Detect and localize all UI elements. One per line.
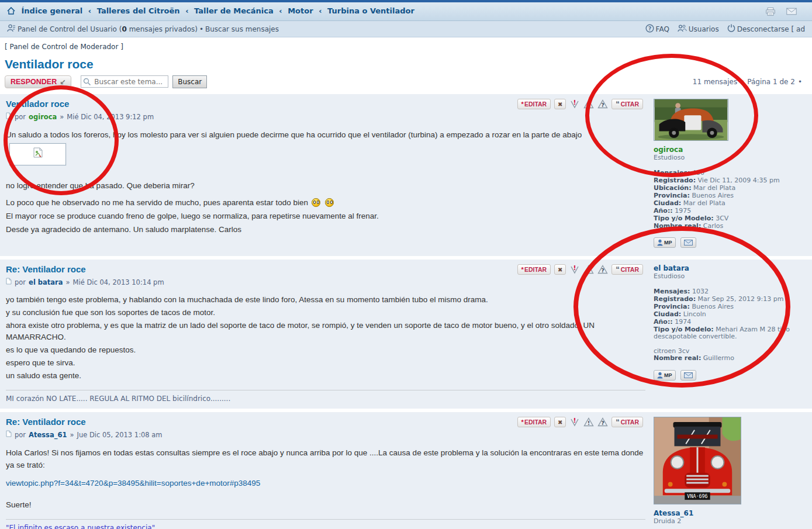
quote-button[interactable]: “CITAR bbox=[611, 99, 643, 109]
pm-button[interactable]: MP bbox=[654, 370, 676, 381]
breadcrumb-separator: ‹ bbox=[185, 6, 188, 15]
quote-mark-icon: “ bbox=[616, 419, 620, 425]
topic-search-button[interactable]: Buscar bbox=[172, 75, 207, 88]
profile-username[interactable]: Atessa_61 bbox=[654, 509, 693, 517]
pm-count: 0 bbox=[122, 25, 126, 33]
breadcrumb-link[interactable]: Índice general bbox=[22, 6, 83, 15]
author-link[interactable]: ogiroca bbox=[29, 113, 57, 121]
breadcrumb-link[interactable]: Turbina o Ventilador bbox=[327, 6, 414, 15]
attachment-thumbnail[interactable] bbox=[9, 143, 66, 165]
breadcrumb-separator: ‹ bbox=[88, 6, 91, 15]
post-line: espero que te sirva. bbox=[6, 357, 645, 369]
info-button[interactable]: ? bbox=[597, 417, 608, 427]
user-icon bbox=[7, 24, 16, 34]
post-date: Mié Dic 04, 2013 10:14 pm bbox=[73, 278, 164, 286]
profile-field: Provincia: Buenos Aires bbox=[654, 303, 806, 311]
post: Ventilador roce *EDITAR ✖ ! ! ? “CITAR p… bbox=[0, 94, 812, 256]
users-link[interactable]: Usuarios bbox=[689, 25, 719, 33]
moderator-cp-link[interactable]: [ Panel de Control de Moderador ] bbox=[0, 37, 812, 53]
print-icon[interactable] bbox=[765, 6, 776, 16]
reply-button[interactable]: RESPONDER ↙ bbox=[5, 75, 71, 88]
faq-icon: ? bbox=[645, 24, 654, 34]
delete-button[interactable]: ✖ bbox=[554, 264, 566, 275]
post-icon[interactable] bbox=[6, 430, 12, 439]
poster-profile: el batara Estudioso Mensajes: 1032 Regis… bbox=[654, 264, 806, 403]
search-own-posts-link[interactable]: Buscar sus mensajes bbox=[205, 25, 279, 33]
delete-button[interactable]: ✖ bbox=[554, 99, 566, 109]
post-title-link[interactable]: Ventilador roce bbox=[6, 99, 69, 109]
breadcrumb-link[interactable]: Taller de Mecánica bbox=[194, 6, 274, 15]
signature-line: "El infinito es escaso a nuestra existen… bbox=[6, 524, 645, 529]
email-user-button[interactable] bbox=[680, 237, 696, 248]
logout-link[interactable]: Desconectarse [ ad bbox=[737, 25, 805, 33]
profile-field: Registrado: Vie Dic 11, 2009 4:35 pm bbox=[654, 177, 806, 185]
profile-field: Mensajes: 1032 bbox=[654, 288, 806, 296]
profile-field: Nombre real: Guillermo bbox=[654, 355, 806, 362]
pm-button[interactable]: MP bbox=[654, 237, 676, 248]
edit-button[interactable]: *EDITAR bbox=[517, 417, 551, 427]
post-paragraph: Un saludo a todos los foreros, hoy los m… bbox=[6, 129, 645, 141]
breadcrumb-link[interactable]: Talleres del Citroën bbox=[97, 6, 180, 15]
post-icon[interactable] bbox=[6, 278, 12, 286]
post: Re: Ventilador roce *EDITAR ✖ ! ! ? “CIT… bbox=[0, 412, 812, 529]
envelope-icon bbox=[684, 240, 693, 246]
eek-smiley-icon bbox=[312, 198, 320, 207]
author-link[interactable]: Atessa_61 bbox=[29, 431, 67, 439]
breadcrumb-separator: ‹ bbox=[279, 6, 282, 15]
email-user-button[interactable] bbox=[680, 370, 696, 381]
edit-button[interactable]: *EDITAR bbox=[517, 99, 551, 109]
post-paragraph: Desde ya agradecido de antemano. Un salu… bbox=[6, 223, 645, 236]
svg-text:?: ? bbox=[602, 420, 604, 426]
ucp-link[interactable]: Panel de Control del Usuario (0 mensajes… bbox=[18, 25, 198, 33]
profile-field: Nombre real: Carlos bbox=[654, 223, 806, 230]
post-title-link[interactable]: Re: Ventilador roce bbox=[6, 264, 86, 274]
profile-username[interactable]: ogiroca bbox=[654, 146, 683, 154]
pm-user-icon bbox=[657, 239, 663, 246]
info-button[interactable]: ? bbox=[597, 265, 608, 275]
post-paragraph: El mayor roce se produce cuando freno de… bbox=[6, 210, 645, 222]
poster-profile: ogiroca Estudioso Mensajes: 480 Registra… bbox=[654, 99, 806, 250]
topic-toolbar: RESPONDER ↙ Buscar 11 mensajes•Página 1 … bbox=[5, 74, 807, 89]
delete-button[interactable]: ✖ bbox=[554, 417, 566, 427]
profile-field: Registrado: Mar Sep 25, 2012 9:13 pm bbox=[654, 296, 806, 303]
author-link[interactable]: el batara bbox=[29, 278, 63, 286]
profile-rank: Druida 2 bbox=[654, 518, 806, 525]
info-button[interactable]: ? bbox=[597, 99, 608, 109]
svg-text:!: ! bbox=[573, 417, 576, 424]
post-icon[interactable] bbox=[6, 112, 12, 121]
warn-button[interactable]: ! bbox=[583, 265, 594, 275]
post: Re: Ventilador roce *EDITAR ✖ ! ! ? “CIT… bbox=[0, 260, 812, 409]
avatar[interactable]: VNA·696 bbox=[654, 417, 741, 504]
profile-field: Tipo y/o Modelo: 3CV bbox=[654, 215, 806, 223]
faq-link[interactable]: FAQ bbox=[656, 25, 669, 33]
post-line: yo también tengo este problema, y hablan… bbox=[6, 294, 645, 306]
page-info: Página 1 de 2 bbox=[747, 78, 795, 86]
warn-button[interactable]: ! bbox=[583, 417, 594, 427]
report-button[interactable]: ! bbox=[569, 265, 580, 275]
email-topic-icon[interactable] bbox=[786, 6, 797, 16]
report-button[interactable]: ! bbox=[569, 417, 580, 427]
post-line: un saludo esta gente. bbox=[6, 370, 645, 382]
warn-button[interactable]: ! bbox=[583, 99, 594, 109]
edit-button[interactable]: *EDITAR bbox=[517, 264, 551, 275]
topic-link[interactable]: viewtopic.php?f=34&t=4720&p=38495&hilit=… bbox=[6, 479, 260, 487]
quote-button[interactable]: “CITAR bbox=[611, 264, 643, 275]
quote-button[interactable]: “CITAR bbox=[611, 417, 643, 427]
page-title: Ventilador roce bbox=[5, 57, 812, 71]
topic-search-input[interactable] bbox=[81, 75, 168, 88]
profile-field: Mensajes: 480 bbox=[654, 170, 806, 177]
svg-text:!: ! bbox=[588, 102, 590, 108]
post-title-link[interactable]: Re: Ventilador roce bbox=[6, 417, 86, 427]
profile-rank: Estudioso bbox=[654, 273, 806, 281]
svg-text:!: ! bbox=[573, 265, 576, 272]
svg-text:!: ! bbox=[588, 268, 590, 274]
report-button[interactable]: ! bbox=[569, 99, 580, 109]
edit-star-icon: * bbox=[521, 419, 524, 426]
avatar[interactable] bbox=[654, 99, 728, 141]
post-paragraph: Lo poco que he observado no me ha servid… bbox=[6, 196, 645, 209]
user-bar: Panel de Control del Usuario (0 mensajes… bbox=[0, 21, 812, 37]
breadcrumb-link[interactable]: Motor bbox=[288, 6, 313, 15]
quote-mark-icon: “ bbox=[616, 101, 620, 107]
profile-username[interactable]: el batara bbox=[654, 264, 689, 272]
profile-field: Ciudad: Lincoln bbox=[654, 311, 806, 319]
